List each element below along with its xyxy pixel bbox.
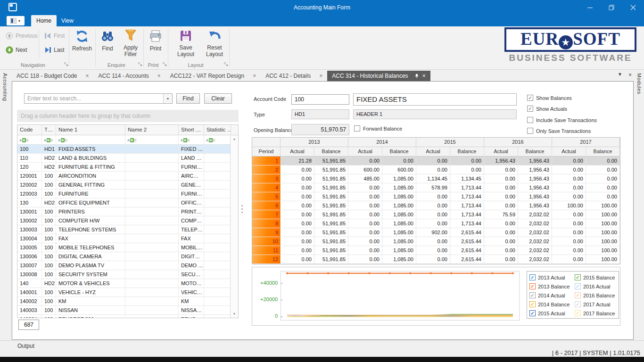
- filter-cell[interactable]: ABC: [125, 135, 179, 145]
- balances-row[interactable]: 80.0051,991.850.001,085.000.001,713.440.…: [252, 219, 620, 228]
- option-checkbox-3[interactable]: Only Save Transactions: [527, 128, 591, 134]
- filter-cell[interactable]: ABC: [17, 135, 42, 145]
- tab-close-icon[interactable]: ×: [157, 73, 161, 79]
- last-button[interactable]: Last: [42, 44, 66, 56]
- balances-row[interactable]: 30.0051,991.85485.001,085.001,134.451,13…: [252, 174, 620, 183]
- print-button[interactable]: Print: [145, 28, 166, 61]
- filter-cell[interactable]: ABC: [204, 135, 231, 145]
- document-tab-0[interactable]: ACC 118 - Budget Code×: [12, 71, 94, 81]
- restore-icon[interactable]: [601, 0, 622, 15]
- tab-list-dropdown-icon[interactable]: ▼: [618, 72, 622, 77]
- table-row[interactable]: 110HD2LAND & BUILDINGSLAND …: [17, 154, 238, 163]
- minimize-icon[interactable]: [579, 0, 601, 15]
- forward-balance-checkbox[interactable]: Forward Balance: [354, 125, 402, 132]
- dialog-launcher-icon[interactable]: [64, 62, 68, 66]
- legend-checkbox-icon[interactable]: ✓: [529, 292, 536, 298]
- grid-scrollbar[interactable]: ▲ ▼: [230, 135, 238, 318]
- balances-row[interactable]: 90.0051,991.850.001,085.00902.002,615.44…: [252, 228, 620, 237]
- option-checkbox-2[interactable]: Include Save Transactions: [527, 117, 597, 123]
- table-row[interactable]: 120002100GENERAL FITTINGGENE…: [17, 181, 238, 189]
- table-row[interactable]: 140002100KMKM: [17, 297, 238, 306]
- refresh-button[interactable]: Refresh: [70, 28, 94, 61]
- balances-row[interactable]: 110.0051,991.850.001,085.000.002,615.440…: [252, 246, 620, 255]
- tab-close-icon[interactable]: ×: [422, 73, 426, 79]
- save-layout-button[interactable]: Save Layout: [171, 28, 201, 61]
- table-row[interactable]: 130007100DEMO PLASMA TVDEMO …: [17, 261, 238, 270]
- legend-item-4[interactable]: ✓2015 Actual: [529, 309, 575, 318]
- account-name-field[interactable]: FIXED ASSETS: [353, 93, 517, 106]
- legend-item-1[interactable]: ✓2013 Balance: [529, 282, 575, 291]
- splitter-handle[interactable]: [241, 205, 243, 213]
- legend-item-9[interactable]: ✓2017 Balance: [575, 309, 620, 318]
- legend-checkbox-icon[interactable]: ✓: [575, 283, 581, 289]
- first-button[interactable]: First: [42, 30, 66, 41]
- tab-view[interactable]: View: [57, 15, 78, 26]
- scroll-up-icon[interactable]: ▲: [231, 135, 238, 143]
- next-button[interactable]: Next: [4, 44, 29, 56]
- account-code-field[interactable]: 100: [291, 94, 349, 105]
- legend-item-6[interactable]: ✓2016 Actual: [575, 282, 620, 291]
- dock-tab-modules[interactable]: Modules: [636, 73, 642, 94]
- option-checkbox-0[interactable]: ✓Show Balances: [527, 95, 572, 101]
- legend-checkbox-icon[interactable]: ✓: [575, 310, 581, 316]
- table-row[interactable]: 130002100COMPUTER H/WCOMP…: [17, 216, 238, 225]
- legend-checkbox-icon[interactable]: ✓: [575, 292, 581, 298]
- output-tab[interactable]: Output: [17, 343, 34, 349]
- column-header[interactable]: T…: [42, 125, 56, 135]
- table-row[interactable]: 140001100VEHICLE - HYZVEHIC…: [17, 288, 238, 297]
- tab-home[interactable]: Home: [31, 15, 57, 26]
- column-header[interactable]: Name 2: [125, 125, 179, 135]
- balances-row[interactable]: 70.0051,991.850.001,085.000.001,713.4475…: [252, 210, 620, 219]
- column-header[interactable]: Name 1: [56, 125, 125, 135]
- document-tab-4[interactable]: ACC 314 - Historical Balances×: [327, 71, 430, 81]
- group-by-panel[interactable]: Drag a column header here to group by th…: [17, 110, 239, 122]
- search-dropdown-icon[interactable]: ▼: [163, 94, 172, 103]
- balances-row[interactable]: 40.0051,991.850.001,085.00578.991,713.44…: [252, 183, 620, 192]
- table-row[interactable]: 130003100TELEPHONE SYSTEMSTELEP…: [17, 225, 238, 234]
- table-row[interactable]: 120HD2FURNITURE & FITTINGFURNI…: [17, 163, 238, 172]
- close-icon[interactable]: [622, 0, 644, 15]
- column-header[interactable]: Short …: [179, 125, 204, 135]
- table-row[interactable]: 130HD2OFFICE EQUIPMENTOFFIC…: [17, 198, 238, 207]
- legend-checkbox-icon[interactable]: ✓: [529, 301, 536, 307]
- table-row[interactable]: 130008100SECURITY SYSTEMSECU…: [17, 270, 238, 279]
- tab-close-icon[interactable]: ×: [319, 73, 322, 79]
- balances-row[interactable]: 50.0051,991.850.001,085.000.001,713.440.…: [252, 192, 620, 201]
- document-tab-3[interactable]: ACC 412 - Details×: [261, 71, 327, 81]
- table-row[interactable]: 100HD1FIXED ASSETSFIXED …: [17, 145, 238, 154]
- pin-icon[interactable]: [415, 74, 419, 79]
- table-row[interactable]: 140004100PEUGEOT 206PEUG…: [17, 315, 238, 318]
- table-row[interactable]: 120001100AIRCONDITIONAIRC…: [17, 172, 238, 181]
- table-row[interactable]: 130001100PRINTERSPRINT…: [17, 207, 238, 216]
- option-checkbox-1[interactable]: ✓Show Actuals: [527, 106, 567, 112]
- legend-item-5[interactable]: ✓2015 Balance: [575, 273, 620, 282]
- legend-item-0[interactable]: ✓2013 Actual: [529, 273, 575, 282]
- balances-row[interactable]: 20.0051,991.85600.00600.000.000.000.001,…: [252, 165, 620, 174]
- table-row[interactable]: 130004100FAXFAX: [17, 234, 238, 243]
- dialog-launcher-icon[interactable]: [224, 62, 228, 66]
- legend-checkbox-icon[interactable]: ✓: [529, 310, 536, 316]
- apply-filter-button[interactable]: Apply Filter: [119, 28, 142, 61]
- app-menu-button[interactable]: ▼: [7, 16, 25, 25]
- filter-cell[interactable]: ABC: [56, 135, 125, 145]
- search-input[interactable]: [25, 94, 163, 103]
- balances-row[interactable]: 120.0051,991.850.001,085.000.002,615.440…: [252, 255, 620, 264]
- table-row[interactable]: 140HD2MOTOR & VEHICLESMOTO…: [17, 279, 238, 288]
- dialog-launcher-icon[interactable]: [138, 62, 142, 66]
- document-tab-2[interactable]: ACC122 - VAT Report Design×: [165, 71, 261, 81]
- legend-checkbox-icon[interactable]: ✓: [575, 301, 581, 307]
- legend-item-3[interactable]: ✓2014 Balance: [529, 300, 575, 309]
- dialog-launcher-icon[interactable]: [163, 62, 167, 66]
- column-header[interactable]: Statistic …: [204, 125, 231, 135]
- table-row[interactable]: 130005100MOBILE TELEPHONESMOBIL…: [17, 243, 238, 252]
- tab-close-icon[interactable]: ×: [253, 73, 256, 79]
- legend-item-7[interactable]: ✓2016 Balance: [575, 291, 620, 300]
- filter-cell[interactable]: ABC: [42, 135, 56, 145]
- find-grid-button[interactable]: Find: [176, 93, 200, 104]
- clear-button[interactable]: Clear: [204, 93, 232, 104]
- column-header[interactable]: Code: [17, 125, 42, 135]
- tab-close-icon[interactable]: ×: [628, 72, 632, 78]
- filter-cell[interactable]: ABC: [179, 135, 204, 145]
- find-button[interactable]: Find: [97, 28, 118, 61]
- dock-tab-accounting[interactable]: Accounting: [2, 73, 8, 101]
